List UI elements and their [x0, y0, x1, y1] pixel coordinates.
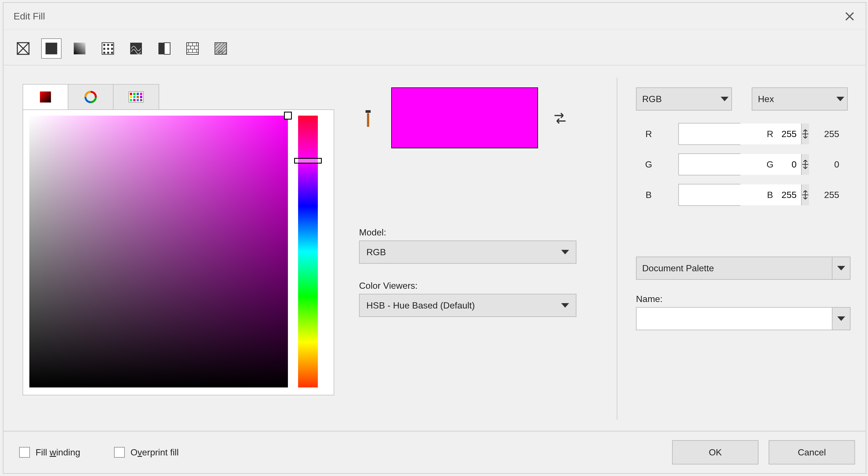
- svg-rect-8: [107, 48, 109, 50]
- two-color-pattern-icon: [158, 42, 171, 55]
- name-label: Name:: [636, 294, 855, 304]
- svg-rect-12: [111, 52, 113, 54]
- swap-colors-icon[interactable]: [552, 110, 568, 126]
- ok-button[interactable]: OK: [672, 440, 758, 465]
- svg-rect-29: [130, 99, 132, 101]
- dialog-title: Edit Fill: [13, 11, 45, 22]
- svg-rect-7: [103, 48, 105, 50]
- chevron-down-icon: [561, 303, 569, 308]
- bitmap-pattern-button[interactable]: [126, 38, 146, 59]
- b-value-right: 255: [800, 190, 839, 200]
- r-input-left: [678, 123, 740, 145]
- model-combo[interactable]: RGB: [359, 241, 577, 264]
- vector-pattern-icon: [101, 42, 114, 55]
- cancel-button[interactable]: Cancel: [769, 440, 855, 465]
- texture-fill-button[interactable]: [182, 38, 203, 59]
- close-button[interactable]: [840, 6, 860, 26]
- palette-combo-main[interactable]: Document Palette: [636, 257, 832, 280]
- overprint-fill-label: Overprint fill: [130, 447, 179, 458]
- color-viewers-label: Color Viewers:: [359, 280, 606, 291]
- svg-rect-1: [45, 42, 57, 54]
- fill-winding-checkbox[interactable]: [19, 447, 30, 458]
- color-picker-column: [3, 76, 348, 431]
- g-input-left: [678, 154, 740, 175]
- svg-rect-2: [74, 42, 85, 54]
- overprint-fill-row: Overprint fill: [114, 447, 179, 458]
- svg-rect-14: [158, 42, 164, 54]
- palette-combo-arrow[interactable]: [832, 257, 850, 280]
- b-input-left-field[interactable]: [679, 184, 801, 205]
- svg-rect-26: [133, 96, 135, 98]
- svg-rect-6: [111, 44, 113, 46]
- no-fill-button[interactable]: [13, 38, 33, 59]
- channels-left-mode-combo[interactable]: RGB: [636, 88, 732, 110]
- tab-color-palettes[interactable]: [114, 84, 159, 109]
- channels-left-mode-value: RGB: [642, 94, 662, 104]
- saturation-value-field[interactable]: [29, 115, 288, 387]
- name-input[interactable]: [636, 307, 832, 330]
- g-label-left: G: [636, 159, 661, 170]
- sv-marker[interactable]: [284, 112, 292, 120]
- svg-rect-19: [40, 91, 51, 102]
- chevron-down-icon: [721, 97, 728, 101]
- svg-rect-4: [103, 44, 105, 46]
- svg-rect-11: [107, 52, 109, 54]
- fountain-fill-icon: [73, 42, 86, 55]
- hue-slider[interactable]: [298, 115, 318, 387]
- postscript-fill-icon: PS: [214, 42, 227, 55]
- tab-color-sliders[interactable]: [68, 84, 114, 109]
- right-column: RGB Hex R R 255 G: [617, 76, 866, 431]
- color-viewers-combo-value: HSB - Hue Based (Default): [366, 300, 475, 311]
- middle-column: Model: RGB Color Viewers: HSB - Hue Base…: [348, 76, 617, 431]
- fountain-fill-button[interactable]: [69, 38, 90, 59]
- model-combo-value: RGB: [366, 247, 386, 258]
- g-input-left-field[interactable]: [679, 154, 801, 175]
- title-bar: Edit Fill: [3, 3, 866, 30]
- overprint-fill-checkbox[interactable]: [114, 447, 125, 458]
- eyedropper-icon[interactable]: [355, 105, 381, 131]
- r-value-right: 255: [800, 129, 839, 139]
- svg-rect-21: [130, 93, 132, 95]
- color-viewers-combo[interactable]: HSB - Hue Based (Default): [359, 294, 577, 317]
- fill-winding-row: Fill winding: [19, 447, 80, 458]
- svg-rect-32: [140, 99, 142, 101]
- svg-rect-5: [107, 44, 109, 46]
- svg-text:PS: PS: [218, 50, 223, 55]
- b-input-left: [678, 184, 740, 206]
- r-input-left-field[interactable]: [679, 124, 801, 144]
- uniform-fill-button[interactable]: [41, 38, 62, 59]
- channels-right-mode-value: Hex: [758, 94, 774, 104]
- model-label: Model:: [359, 227, 606, 238]
- b-label-left: B: [636, 190, 661, 200]
- picker-tabs: [23, 84, 159, 109]
- svg-rect-25: [130, 96, 132, 98]
- fill-winding-label: Fill winding: [36, 447, 80, 458]
- vector-pattern-button[interactable]: [98, 38, 118, 59]
- main-area: Model: RGB Color Viewers: HSB - Hue Base…: [3, 76, 866, 431]
- close-icon: [844, 11, 855, 22]
- hue-marker[interactable]: [294, 158, 322, 164]
- palette-combo-value: Document Palette: [642, 263, 714, 274]
- svg-rect-28: [140, 96, 142, 98]
- color-wheel-icon: [84, 91, 97, 103]
- dialog-footer: Fill winding Overprint fill OK Cancel: [3, 431, 866, 473]
- bitmap-pattern-icon: [130, 42, 143, 55]
- no-fill-icon: [17, 42, 30, 55]
- svg-rect-27: [136, 96, 139, 98]
- r-label-left: R: [636, 129, 661, 139]
- current-color-swatch[interactable]: [391, 88, 538, 148]
- svg-rect-31: [136, 99, 139, 101]
- postscript-fill-button[interactable]: PS: [211, 38, 231, 59]
- palette-grid-icon: [128, 91, 144, 103]
- svg-rect-9: [111, 48, 113, 50]
- two-color-pattern-button[interactable]: [154, 38, 175, 59]
- b-label-right: B: [757, 190, 783, 200]
- channels-right-mode-combo[interactable]: Hex: [752, 88, 848, 110]
- name-combo-arrow[interactable]: [832, 307, 850, 330]
- cancel-button-label: Cancel: [798, 447, 826, 458]
- edit-fill-dialog: Edit Fill: [3, 2, 866, 474]
- palette-combo: Document Palette: [636, 257, 850, 280]
- g-label-right: G: [757, 159, 783, 170]
- svg-rect-23: [136, 93, 139, 95]
- tab-color-viewers[interactable]: [23, 84, 68, 109]
